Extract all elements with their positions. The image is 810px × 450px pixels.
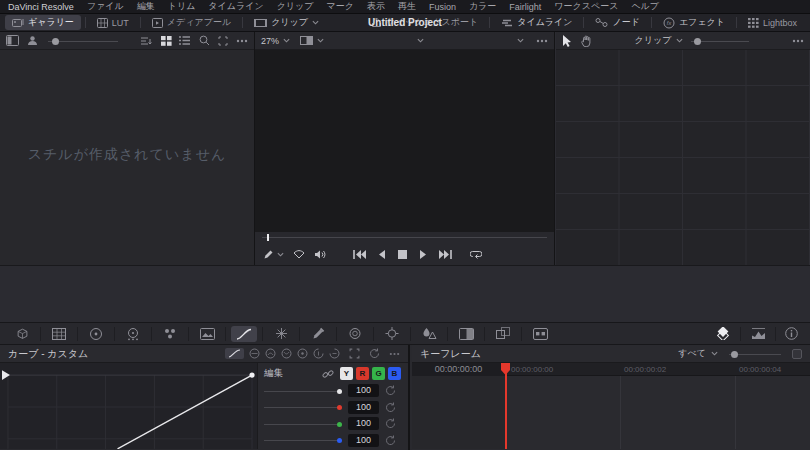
- power-window-button[interactable]: [337, 323, 373, 345]
- stereo-3d-button[interactable]: [522, 323, 558, 345]
- curves-expand-icon[interactable]: [349, 348, 360, 359]
- lightbox-toggle-button[interactable]: Lightbox: [741, 15, 804, 30]
- reset-icon[interactable]: [385, 402, 396, 413]
- clips-grid[interactable]: [556, 50, 810, 265]
- menu-edit[interactable]: 編集: [137, 0, 155, 13]
- curve-custom-icon[interactable]: [225, 348, 244, 359]
- channel-b-button[interactable]: B: [388, 367, 401, 380]
- viewer-options-icon[interactable]: [536, 39, 548, 43]
- scopes-button[interactable]: [741, 323, 775, 345]
- hdr-wheels-button[interactable]: [115, 323, 151, 345]
- grade-version-dropdown-icon[interactable]: [517, 38, 524, 43]
- menu-clip[interactable]: クリップ: [277, 0, 314, 13]
- curves-button[interactable]: [226, 323, 262, 345]
- menu-trim[interactable]: トリム: [168, 0, 196, 13]
- menu-file[interactable]: ファイル: [87, 0, 124, 13]
- play-icon[interactable]: [419, 250, 427, 259]
- motion-effects-button[interactable]: [189, 323, 225, 345]
- curve-graph[interactable]: [0, 363, 258, 449]
- reset-icon[interactable]: [385, 385, 396, 396]
- nodes-toggle-button[interactable]: ノード: [588, 15, 646, 30]
- curve-hue-hue-icon[interactable]: [249, 348, 260, 359]
- key-button[interactable]: [448, 323, 484, 345]
- quick-export-button[interactable]: クイックエクスポート: [364, 15, 485, 30]
- curves-reset-icon[interactable]: [369, 348, 380, 359]
- sort-icon[interactable]: [140, 36, 152, 46]
- step-back-icon[interactable]: [378, 250, 386, 259]
- gallery-sidebar-toggle-icon[interactable]: [6, 35, 19, 46]
- timeline-toggle-button[interactable]: タイムライン: [494, 15, 579, 30]
- reset-icon[interactable]: [385, 418, 396, 429]
- g-value-field[interactable]: 100: [348, 417, 379, 430]
- rgb-mixer-button[interactable]: [152, 323, 188, 345]
- viewer-scrub-bar[interactable]: [255, 232, 554, 243]
- jump-to-end-icon[interactable]: [439, 250, 452, 259]
- clips-zoom-slider[interactable]: [691, 36, 749, 46]
- effects-toggle-button[interactable]: fx エフェクト: [656, 15, 732, 30]
- b-slider[interactable]: [264, 436, 342, 444]
- menu-workspace[interactable]: ワークスペース: [554, 0, 618, 13]
- info-button[interactable]: [776, 323, 806, 345]
- menu-mark[interactable]: マーク: [326, 0, 353, 13]
- thumbnail-size-slider[interactable]: [48, 36, 118, 46]
- hand-tool-icon[interactable]: [581, 35, 592, 47]
- r-slider[interactable]: [264, 403, 342, 411]
- keyframe-expand-button[interactable]: [792, 349, 802, 359]
- clips-options-icon[interactable]: [792, 39, 804, 43]
- r-value-field[interactable]: 100: [348, 401, 379, 414]
- grid-view-icon[interactable]: [161, 36, 172, 46]
- menu-fusion[interactable]: Fusion: [429, 2, 456, 12]
- menu-app[interactable]: DaVinci Resolve: [8, 2, 74, 12]
- blur-button[interactable]: [411, 323, 447, 345]
- keyframe-filter-select[interactable]: すべて: [678, 347, 802, 360]
- list-view-icon[interactable]: [179, 36, 190, 45]
- cinema-viewer-icon[interactable]: [293, 250, 305, 259]
- viewer-zoom-select[interactable]: 27%: [261, 36, 290, 46]
- y-slider[interactable]: [264, 387, 342, 395]
- qualifier-button[interactable]: [300, 323, 336, 345]
- menu-color[interactable]: カラー: [469, 0, 496, 13]
- channel-r-button[interactable]: R: [356, 367, 369, 380]
- stop-icon[interactable]: [398, 250, 407, 259]
- scrub-playhead[interactable]: [267, 234, 269, 241]
- g-slider[interactable]: [264, 420, 342, 428]
- viewer-video-area[interactable]: [255, 50, 554, 232]
- search-icon[interactable]: [199, 35, 210, 46]
- gallery-toggle-button[interactable]: ギャラリー: [5, 15, 81, 30]
- viewer-split-select[interactable]: [300, 36, 324, 45]
- menu-timeline[interactable]: タイムライン: [208, 0, 263, 13]
- selection-cursor-icon[interactable]: [562, 35, 572, 47]
- loop-icon[interactable]: [470, 249, 482, 259]
- keyframe-timeline[interactable]: [412, 376, 810, 449]
- sizing-button[interactable]: [485, 323, 521, 345]
- keyframe-playhead[interactable]: [505, 363, 507, 449]
- keyframe-ruler[interactable]: 00:00:00:00 00:00:00:00 00:00:00:02 00:0…: [412, 363, 810, 376]
- chevron-down-icon[interactable]: [676, 38, 683, 43]
- curve-sat-sat-icon[interactable]: [313, 348, 324, 359]
- curve-hue-lum-icon[interactable]: [281, 348, 292, 359]
- menu-fairlight[interactable]: Fairlight: [509, 2, 541, 12]
- menu-view[interactable]: 表示: [367, 0, 385, 13]
- color-warper-button[interactable]: [263, 323, 299, 345]
- curves-options-icon[interactable]: [389, 352, 400, 356]
- menu-help[interactable]: ヘルプ: [631, 0, 659, 13]
- color-match-button[interactable]: [41, 323, 77, 345]
- node-graph-button[interactable]: [706, 323, 740, 345]
- y-value-field[interactable]: 100: [348, 384, 379, 397]
- lut-toggle-button[interactable]: LUT: [90, 15, 136, 30]
- curve-lum-sat-icon[interactable]: [297, 348, 308, 359]
- keyframe-zoom-slider[interactable]: [729, 349, 781, 359]
- curve-hue-sat-icon[interactable]: [265, 348, 276, 359]
- tracker-button[interactable]: [374, 323, 410, 345]
- grab-still-button[interactable]: [263, 249, 284, 260]
- jump-to-start-icon[interactable]: [353, 250, 366, 259]
- menu-playback[interactable]: 再生: [398, 0, 416, 13]
- keyframe-playhead-marker[interactable]: [500, 363, 511, 375]
- clip-strip-toggle-button[interactable]: クリップ: [247, 15, 326, 30]
- gang-link-icon[interactable]: [322, 368, 334, 380]
- clips-panel-label[interactable]: クリップ: [635, 34, 672, 47]
- reset-icon[interactable]: [385, 435, 396, 446]
- expand-icon[interactable]: [218, 36, 228, 46]
- timeline-clip-dropdown-icon[interactable]: [417, 38, 424, 43]
- gallery-options-icon[interactable]: [236, 39, 248, 43]
